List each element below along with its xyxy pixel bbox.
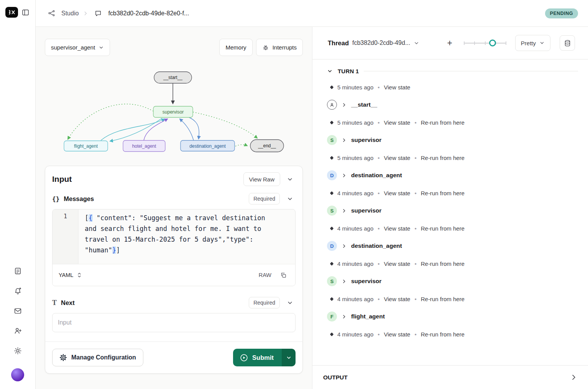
submit-button[interactable]: Submit [233,349,282,366]
slider-knob[interactable] [489,40,496,46]
separator-dot-icon: • [378,190,379,196]
editor-code-area[interactable]: [{ "content": "Suggest me a travel desti… [79,209,295,264]
separator-dot-icon: • [414,155,416,161]
output-expand-chevron-icon[interactable] [570,374,577,381]
view-state-link[interactable]: View state [384,155,411,161]
release-notes-icon[interactable] [13,266,22,275]
breadcrumb-thread-id[interactable]: fcb382d0-2cdb-49de-82e0-f... [108,10,189,17]
notifications-icon[interactable] [13,286,22,295]
next-input[interactable] [52,313,296,332]
top-header: Studio fcb382d0-2cdb-49de-82e0-f... PEND… [36,0,588,27]
timeline-meta-row: 4 minutes ago•View state•Re-run from her… [327,255,578,272]
timeline-meta-row: 5 minutes ago•View state•Re-run from her… [327,114,578,131]
play-icon [240,353,248,362]
separator-dot-icon: • [378,331,379,338]
render-mode-select[interactable]: Pretty [515,35,550,51]
graph-node-start[interactable]: __start__ [154,72,192,83]
output-bar[interactable]: OUTPUT [312,365,588,389]
node-name: flight_agent [351,313,385,320]
chevron-right-icon[interactable] [342,244,347,249]
detail-level-slider[interactable] [464,39,506,47]
chevron-right-icon[interactable] [342,138,347,143]
node-name: supervisor [351,207,381,214]
langchain-logo-icon[interactable] [5,7,18,18]
re-run-from-here-link[interactable]: Re-run from here [421,119,465,126]
graph-node-end[interactable]: __end__ [250,140,284,152]
timeline-node-row[interactable]: Ddestination_agent [327,237,578,255]
graph-node-destination-agent[interactable]: destination_agent [181,140,235,151]
memory-button[interactable]: Memory [219,39,252,56]
slider-tick [474,41,475,45]
re-run-from-here-link[interactable]: Re-run from here [421,331,465,338]
svg-text:flight_agent: flight_agent [74,143,98,149]
collapse-messages-chevron-icon[interactable] [284,193,296,204]
chevron-right-icon[interactable] [342,279,347,284]
breadcrumb-studio[interactable]: Studio [61,10,79,17]
interrupts-button[interactable]: Interrupts [256,39,303,56]
input-card-title: Input [52,175,72,184]
sidebar-toggle-icon[interactable] [21,8,30,17]
thread-selector[interactable]: Thread fcb382d0-2cdb-49d... [328,40,419,47]
chevron-right-icon[interactable] [342,173,347,178]
timeline-node-row[interactable]: Ssupervisor [327,131,578,149]
app-root: Studio fcb382d0-2cdb-49de-82e0-f... PEND… [0,0,588,389]
node-avatar: S [327,135,337,145]
chevron-down-icon [414,40,419,46]
chevron-right-icon[interactable] [342,102,347,107]
timeline-node-row[interactable]: Ssupervisor [327,202,578,219]
state-database-icon[interactable] [560,35,575,51]
view-state-link[interactable]: View state [384,190,411,196]
theme-toggle-icon[interactable] [13,346,22,355]
timeline-node-row[interactable]: Ssupervisor [327,272,578,290]
re-run-from-here-link[interactable]: Re-run from here [421,190,465,196]
timeline-node-row[interactable]: Fflight_agent [327,308,578,325]
turn-collapse-chevron-icon[interactable] [327,68,333,74]
manage-configuration-button[interactable]: Manage Configuration [52,349,143,366]
re-run-from-here-link[interactable]: Re-run from here [421,225,465,232]
chevron-right-icon[interactable] [342,314,347,319]
separator-dot-icon: • [414,225,416,232]
view-state-link[interactable]: View state [384,225,411,232]
view-state-link[interactable]: View state [384,84,411,91]
copy-icon[interactable] [278,269,289,281]
editor-language-select[interactable]: YAML [59,272,73,278]
view-state-link[interactable]: View state [384,260,411,267]
view-raw-button[interactable]: View Raw [243,172,280,186]
separator-dot-icon: • [378,296,379,302]
messages-braces-icon: {} [52,195,59,203]
submit-options-chevron[interactable] [282,349,296,366]
user-avatar[interactable] [11,368,24,381]
re-run-from-here-link[interactable]: Re-run from here [421,296,465,302]
collapse-next-chevron-icon[interactable] [284,297,296,308]
timeline-meta-row: 4 minutes ago•View state•Re-run from her… [327,325,578,343]
re-run-from-here-link[interactable]: Re-run from here [421,155,465,161]
node-avatar: S [327,206,337,216]
mail-icon[interactable] [13,306,22,315]
raw-label[interactable]: RAW [259,272,271,278]
next-label: Next [61,299,75,307]
view-state-link[interactable]: View state [384,296,411,302]
chevron-right-icon[interactable] [342,208,347,213]
view-state-link[interactable]: View state [384,119,411,126]
step-timestamp: 4 minutes ago [337,190,373,196]
graph-node-flight-agent[interactable]: flight_agent [64,141,108,151]
graph-node-supervisor[interactable]: supervisor [153,106,193,117]
graph-node-hotel-agent[interactable]: hotel_agent [123,140,165,152]
svg-text:destination_agent: destination_agent [189,143,226,149]
re-run-from-here-link[interactable]: Re-run from here [421,260,465,267]
step-diamond-icon [330,226,334,230]
memory-button-label: Memory [225,44,246,51]
sort-arrows-icon[interactable] [76,269,83,281]
collapse-input-chevron-icon[interactable] [284,173,296,185]
view-state-link[interactable]: View state [384,331,411,338]
content-area: supervisor_agent Memory [36,27,588,389]
timeline-node-row[interactable]: __start__ [327,96,578,114]
edge-supervisor-end-conditional [193,112,257,138]
invite-user-icon[interactable] [13,326,22,335]
agent-selector[interactable]: supervisor_agent [45,39,110,56]
timeline-node-row[interactable]: Ddestination_agent [327,166,578,184]
slider-tick [464,41,465,45]
step-diamond-icon [330,262,334,265]
new-thread-button[interactable]: + [445,38,454,48]
code-content[interactable]: [{ "content": "Suggest me a travel desti… [85,213,267,255]
